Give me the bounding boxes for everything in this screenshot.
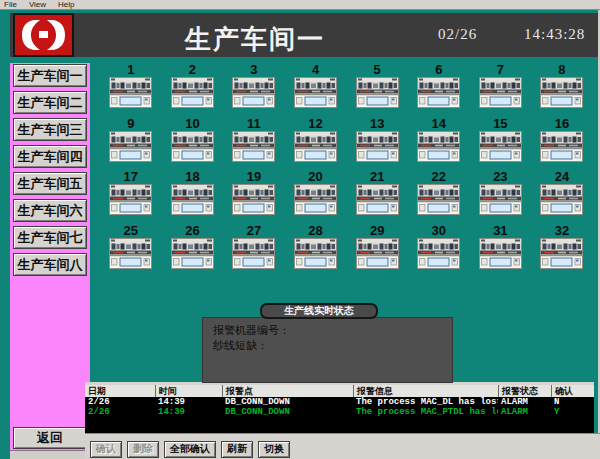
machine-cell[interactable]: 22 bbox=[417, 169, 460, 223]
machine-number: 31 bbox=[493, 223, 507, 238]
knitting-machine-icon bbox=[294, 131, 337, 162]
knitting-machine-icon bbox=[232, 238, 275, 269]
machine-number: 10 bbox=[185, 116, 199, 131]
machine-cell[interactable]: 19 bbox=[232, 169, 275, 223]
machine-cell[interactable]: 3 bbox=[232, 62, 275, 116]
machine-cell[interactable]: 2 bbox=[171, 62, 214, 116]
machine-cell[interactable]: 7 bbox=[479, 62, 522, 116]
knitting-machine-icon bbox=[356, 238, 399, 269]
machine-number: 30 bbox=[432, 223, 446, 238]
knitting-machine-icon bbox=[171, 238, 214, 269]
alarm-cell: 14:39 bbox=[155, 407, 222, 417]
machine-cell[interactable]: 30 bbox=[417, 223, 460, 277]
machine-cell[interactable]: 5 bbox=[356, 62, 399, 116]
machine-cell[interactable]: 10 bbox=[171, 116, 214, 170]
sidebar-item-workshop-six[interactable]: 生产车间六 bbox=[13, 199, 87, 222]
alarm-table-header: 日期时间报警点报警信息报警状态确认 bbox=[85, 385, 594, 397]
machine-cell[interactable]: 32 bbox=[540, 223, 583, 277]
knitting-machine-icon bbox=[417, 184, 460, 215]
refresh-button[interactable]: 刷新 bbox=[221, 441, 253, 458]
machine-cell[interactable]: 1 bbox=[109, 62, 152, 116]
alarm-column-header: 报警信息 bbox=[353, 385, 498, 397]
machine-cell[interactable]: 15 bbox=[479, 116, 522, 170]
machine-cell[interactable]: 26 bbox=[171, 223, 214, 277]
machine-cell[interactable]: 28 bbox=[294, 223, 337, 277]
machine-number: 13 bbox=[370, 116, 384, 131]
knitting-machine-icon bbox=[232, 184, 275, 215]
machine-number: 2 bbox=[189, 62, 196, 77]
knitting-machine-icon bbox=[479, 77, 522, 108]
machine-cell[interactable]: 27 bbox=[232, 223, 275, 277]
knitting-machine-icon bbox=[171, 184, 214, 215]
machine-cell[interactable]: 16 bbox=[540, 116, 583, 170]
sidebar-item-workshop-two[interactable]: 生产车间二 bbox=[13, 91, 87, 114]
confirm-button: 确认 bbox=[90, 441, 122, 458]
machine-cell[interactable]: 6 bbox=[417, 62, 460, 116]
machine-cell[interactable]: 4 bbox=[294, 62, 337, 116]
machine-number: 5 bbox=[374, 62, 381, 77]
confirm-all-button[interactable]: 全部确认 bbox=[164, 441, 216, 458]
machine-cell[interactable]: 24 bbox=[540, 169, 583, 223]
knitting-machine-icon bbox=[417, 131, 460, 162]
machine-number: 19 bbox=[247, 169, 261, 184]
machine-cell[interactable]: 12 bbox=[294, 116, 337, 170]
alarm-machine-number-label: 报警机器编号： bbox=[213, 323, 452, 338]
sidebar-item-workshop-eight[interactable]: 生产车间八 bbox=[13, 253, 87, 276]
back-button[interactable]: 返回 bbox=[13, 427, 87, 449]
sidebar-item-workshop-three[interactable]: 生产车间三 bbox=[13, 118, 87, 141]
machine-cell[interactable]: 20 bbox=[294, 169, 337, 223]
machine-number: 9 bbox=[127, 116, 134, 131]
menu-item-view[interactable]: View bbox=[29, 0, 46, 9]
knitting-machine-icon bbox=[171, 77, 214, 108]
machine-cell[interactable]: 18 bbox=[171, 169, 214, 223]
machine-number: 14 bbox=[432, 116, 446, 131]
knitting-machine-icon bbox=[356, 131, 399, 162]
machine-number: 21 bbox=[370, 169, 384, 184]
machine-cell[interactable]: 21 bbox=[356, 169, 399, 223]
page-title: 生产车间一 bbox=[185, 22, 325, 57]
machine-cell[interactable]: 29 bbox=[356, 223, 399, 277]
menu-bar: File View Help bbox=[0, 0, 600, 10]
title-bar: 生产车间一 02/26 14:43:28 bbox=[10, 13, 598, 57]
knitting-machine-icon bbox=[417, 238, 460, 269]
sidebar-item-workshop-seven[interactable]: 生产车间七 bbox=[13, 226, 87, 249]
machine-number: 22 bbox=[432, 169, 446, 184]
knitting-machine-icon bbox=[540, 184, 583, 215]
alarm-table-row[interactable]: 2/2614:39DB_CONN_DOWNThe process MAC_DL … bbox=[85, 397, 594, 407]
alarm-table: 日期时间报警点报警信息报警状态确认 2/2614:39DB_CONN_DOWNT… bbox=[85, 382, 594, 433]
sidebar-item-workshop-five[interactable]: 生产车间五 bbox=[13, 172, 87, 195]
yarn-shortage-label: 纱线短缺： bbox=[213, 338, 452, 353]
machine-cell[interactable]: 13 bbox=[356, 116, 399, 170]
machine-cell[interactable]: 8 bbox=[540, 62, 583, 116]
alarm-cell: N bbox=[551, 397, 594, 407]
machine-cell[interactable]: 23 bbox=[479, 169, 522, 223]
sidebar-item-workshop-four[interactable]: 生产车间四 bbox=[13, 145, 87, 168]
machine-number: 23 bbox=[493, 169, 507, 184]
menu-item-file[interactable]: File bbox=[4, 0, 17, 9]
machine-cell[interactable]: 31 bbox=[479, 223, 522, 277]
alarm-cell: 14:39 bbox=[155, 397, 222, 407]
menu-item-help[interactable]: Help bbox=[58, 0, 74, 9]
sidebar-item-workshop-one[interactable]: 生产车间一 bbox=[13, 64, 87, 87]
knitting-machine-icon bbox=[417, 77, 460, 108]
machine-grid: 1234567891011121314151617181920212223242… bbox=[100, 62, 593, 276]
alarm-column-header: 时间 bbox=[155, 385, 222, 397]
knitting-machine-icon bbox=[540, 238, 583, 269]
machine-number: 24 bbox=[555, 169, 569, 184]
alarm-cell: 2/26 bbox=[85, 407, 155, 417]
machine-cell[interactable]: 25 bbox=[109, 223, 152, 277]
alarm-cell: ALARM bbox=[498, 407, 551, 417]
machine-cell[interactable]: 14 bbox=[417, 116, 460, 170]
switch-button[interactable]: 切换 bbox=[258, 441, 290, 458]
knitting-machine-icon bbox=[356, 77, 399, 108]
machine-cell[interactable]: 9 bbox=[109, 116, 152, 170]
machine-number: 32 bbox=[555, 223, 569, 238]
machine-cell[interactable]: 11 bbox=[232, 116, 275, 170]
alarm-column-header: 报警点 bbox=[222, 385, 353, 397]
knitting-machine-icon bbox=[294, 184, 337, 215]
knitting-machine-icon bbox=[294, 77, 337, 108]
machine-cell[interactable]: 17 bbox=[109, 169, 152, 223]
alarm-table-row[interactable]: 2/2614:39DB_CONN_DOWNThe process MAC_PTD… bbox=[85, 407, 594, 417]
machine-number: 11 bbox=[247, 116, 261, 131]
machine-number: 18 bbox=[185, 169, 199, 184]
